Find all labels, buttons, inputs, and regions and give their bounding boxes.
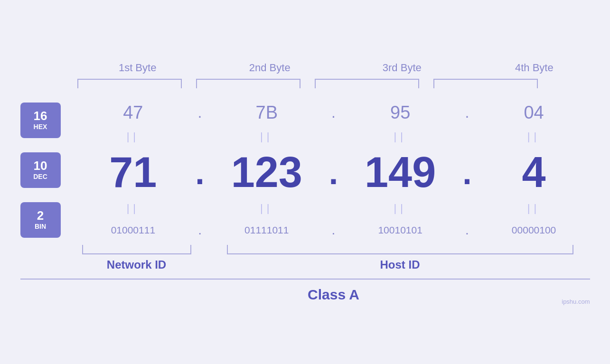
bin-val-3: 10010101	[348, 224, 452, 236]
eq2-2: ||	[215, 202, 319, 215]
dot-bin-3: .	[460, 223, 474, 238]
eq1-1: ||	[81, 131, 185, 143]
dot-bin-1: .	[193, 223, 207, 238]
eq1-2: ||	[215, 131, 319, 143]
dot-hex-2: .	[326, 104, 340, 121]
dot-hex-3: .	[460, 104, 474, 121]
hex-val-3: 95	[348, 103, 452, 123]
byte-header-2: 2nd Byte	[217, 62, 322, 74]
byte-header-1: 1st Byte	[85, 62, 190, 74]
watermark: ipshu.com	[562, 298, 590, 305]
host-id-label: Host ID	[380, 258, 420, 271]
byte-header-3: 3rd Byte	[350, 62, 454, 74]
eq2-1: ||	[81, 202, 185, 215]
dec-val-1: 71	[81, 148, 185, 197]
bin-val-4: 00000100	[482, 224, 586, 236]
dec-val-3: 149	[348, 148, 452, 197]
dot-dec-3: .	[460, 154, 474, 192]
hex-badge: 16 HEX	[20, 103, 61, 138]
hex-val-2: 7B	[215, 103, 319, 123]
dot-bin-2: .	[326, 223, 340, 238]
byte-header-4: 4th Byte	[482, 62, 586, 74]
bin-val-2: 01111011	[215, 224, 319, 236]
dot-dec-2: .	[326, 154, 340, 192]
dot-hex-1: .	[193, 104, 207, 121]
hex-val-1: 47	[81, 103, 185, 123]
eq1-3: ||	[348, 131, 452, 143]
dec-badge: 10 DEC	[20, 152, 61, 188]
dot-dec-1: .	[193, 154, 207, 192]
hex-val-4: 04	[482, 103, 586, 123]
class-label: Class A	[77, 287, 590, 303]
eq2-4: ||	[482, 202, 586, 215]
network-id-label: Network ID	[107, 258, 166, 271]
bin-val-1: 01000111	[81, 224, 185, 236]
eq1-4: ||	[482, 131, 586, 143]
eq2-3: ||	[348, 202, 452, 215]
bin-badge: 2 BIN	[20, 202, 61, 238]
dec-val-2: 123	[215, 148, 319, 197]
dec-val-4: 4	[482, 148, 586, 197]
